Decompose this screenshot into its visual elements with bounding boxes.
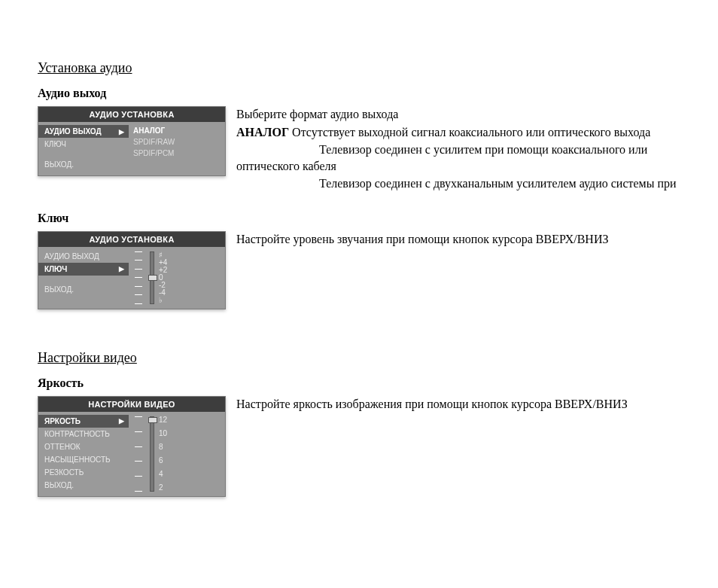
slider-rail[interactable] bbox=[150, 416, 154, 492]
osd-value-analog[interactable]: АНАЛОГ bbox=[133, 125, 219, 136]
chevron-right-icon: ▶ bbox=[119, 265, 124, 273]
osd-value-spdif-pcm[interactable]: SPDIF/PCM bbox=[133, 148, 219, 159]
osd-item-label: АУДИО ВЫХОД bbox=[44, 252, 99, 260]
osd-item-audio-output[interactable]: АУДИО ВЫХОД bbox=[38, 250, 129, 263]
osd-item-label: РЕЗКОСТЬ bbox=[44, 468, 84, 477]
text-line: Выберите формат аудио выхода bbox=[236, 106, 680, 123]
text-bold: АНАЛОГ bbox=[236, 126, 289, 139]
text-line: Настройте яркость изображения при помощи… bbox=[236, 396, 680, 413]
text-line: АНАЛОГ Отсутствует выходной сигнал коакс… bbox=[236, 124, 680, 141]
osd-item-sharpness[interactable]: РЕЗКОСТЬ bbox=[38, 466, 129, 479]
osd-value-list: АНАЛОГ SPDIF/RAW SPDIF/PCM bbox=[129, 122, 225, 175]
osd-item-exit[interactable]: ВЫХОД. bbox=[38, 283, 129, 296]
slider-thumb[interactable] bbox=[148, 275, 157, 281]
slider-thumb[interactable] bbox=[148, 417, 157, 423]
osd-item-label: АУДИО ВЫХОД bbox=[44, 127, 102, 136]
osd-header: АУДИО УСТАНОВКА bbox=[38, 232, 225, 247]
slider-scale-labels: 12 10 8 6 4 2 bbox=[159, 416, 180, 492]
scale-label: 10 bbox=[159, 430, 180, 437]
osd-item-label: ВЫХОД. bbox=[44, 481, 74, 489]
scale-label: 6 bbox=[159, 457, 180, 465]
section-title-video: Настройки видео bbox=[38, 350, 680, 366]
osd-item-contrast[interactable]: КОНТРАСТНОСТЬ bbox=[38, 428, 129, 440]
text-line: Телевизор соединен с усилитем при помощи… bbox=[236, 143, 647, 172]
text-line: Настройте уровень звучания при помощи кн… bbox=[236, 231, 680, 248]
chevron-right-icon: ▶ bbox=[119, 128, 124, 136]
osd-item-key[interactable]: КЛЮЧ ▶ bbox=[38, 263, 129, 276]
osd-item-label: КОНТРАСТНОСТЬ bbox=[44, 430, 110, 438]
osd-item-key[interactable]: КЛЮЧ bbox=[38, 138, 129, 151]
osd-item-label: НАСЫЩЕННОСТЬ bbox=[44, 455, 111, 464]
slider-ticks bbox=[132, 416, 145, 492]
osd-menu-list: АУДИО ВЫХОД КЛЮЧ ▶ ВЫХОД. bbox=[38, 247, 129, 309]
osd-item-saturation[interactable]: НАСЫЩЕННОСТЬ bbox=[38, 453, 129, 466]
slider-rail[interactable] bbox=[150, 251, 154, 304]
osd-item-label: ВЫХОД. bbox=[44, 160, 74, 169]
osd-item-tint[interactable]: ОТТЕНОК bbox=[38, 440, 129, 453]
scale-label: 8 bbox=[159, 443, 180, 451]
osd-panel-key: АУДИО УСТАНОВКА АУДИО ВЫХОД КЛЮЧ ▶ ВЫХОД… bbox=[38, 231, 226, 309]
subtitle-brightness: Яркость bbox=[38, 376, 680, 390]
scale-label: 12 bbox=[159, 416, 180, 424]
osd-header: АУДИО УСТАНОВКА bbox=[38, 107, 225, 122]
scale-label: ♭ bbox=[159, 297, 180, 304]
osd-slider[interactable]: 12 10 8 6 4 2 bbox=[129, 412, 225, 496]
osd-item-label: КЛЮЧ bbox=[44, 265, 67, 273]
scale-label: 2 bbox=[159, 484, 180, 492]
section-title-audio: Установка аудио bbox=[38, 60, 680, 76]
description-key: Настройте уровень звучания при помощи кн… bbox=[236, 231, 680, 249]
osd-panel-audio-output: АУДИО УСТАНОВКА АУДИО ВЫХОД ▶ КЛЮЧ ВЫХОД… bbox=[38, 106, 226, 176]
text-line: Телевизор соединен с двухканальным усили… bbox=[236, 175, 680, 192]
osd-item-label: ОТТЕНОК bbox=[44, 443, 81, 451]
osd-item-exit[interactable]: ВЫХОД. bbox=[38, 158, 129, 171]
osd-item-label: КЛЮЧ bbox=[44, 140, 66, 148]
osd-item-label: ЯРКОСТЬ bbox=[44, 417, 81, 425]
slider-scale-labels: ♯ +4 +2 0 -2 -4 ♭ bbox=[159, 251, 180, 304]
osd-value-spdif-raw[interactable]: SPDIF/RAW bbox=[133, 136, 219, 148]
subtitle-key: Ключ bbox=[38, 212, 680, 225]
scale-label: 4 bbox=[159, 471, 180, 478]
osd-item-label: ВЫХОД. bbox=[44, 285, 74, 294]
osd-item-audio-output[interactable]: АУДИО ВЫХОД ▶ bbox=[38, 125, 129, 138]
text-line: Телевизор соединен с усилитем при помощи… bbox=[236, 142, 680, 174]
text-line: Отсутствует выходной сигнал коаксиальног… bbox=[289, 126, 650, 139]
text-line: Телевизор соединен с двухканальным усили… bbox=[319, 177, 677, 190]
chevron-right-icon: ▶ bbox=[119, 417, 124, 425]
osd-menu-list: АУДИО ВЫХОД ▶ КЛЮЧ ВЫХОД. bbox=[38, 122, 129, 175]
osd-header: НАСТРОЙКИ ВИДЕО bbox=[38, 397, 225, 412]
description-audio-output: Выберите формат аудио выхода АНАЛОГ Отсу… bbox=[236, 106, 680, 193]
osd-slider[interactable]: ♯ +4 +2 0 -2 -4 ♭ bbox=[129, 247, 225, 309]
osd-menu-list: ЯРКОСТЬ ▶ КОНТРАСТНОСТЬ ОТТЕНОК НАСЫЩЕНН… bbox=[38, 412, 129, 496]
osd-item-brightness[interactable]: ЯРКОСТЬ ▶ bbox=[38, 415, 129, 428]
osd-panel-video: НАСТРОЙКИ ВИДЕО ЯРКОСТЬ ▶ КОНТРАСТНОСТЬ … bbox=[38, 396, 226, 497]
description-brightness: Настройте яркость изображения при помощи… bbox=[236, 396, 680, 414]
slider-ticks bbox=[132, 251, 145, 304]
osd-item-exit[interactable]: ВЫХОД. bbox=[38, 479, 129, 492]
subtitle-audio-output: Аудио выход bbox=[38, 87, 680, 100]
